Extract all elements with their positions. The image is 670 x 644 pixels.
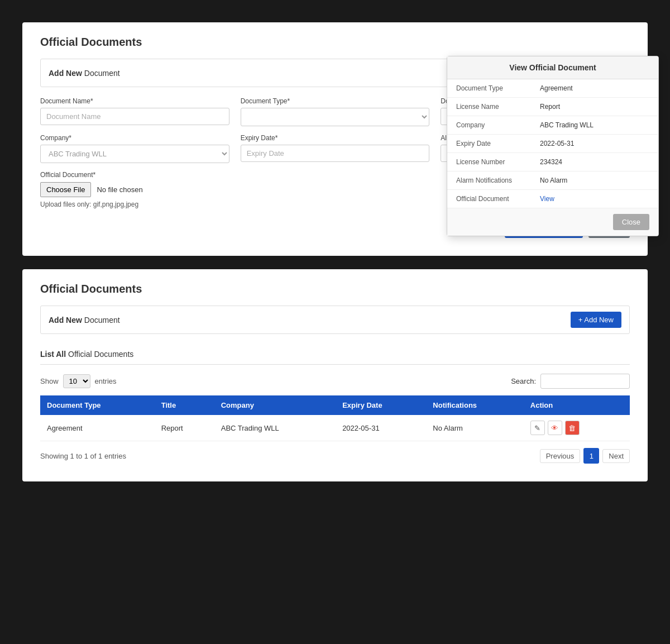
- modal-label-license-number: License Number: [456, 158, 540, 166]
- expiry-date-group: Expiry Date*: [241, 134, 430, 163]
- bottom-panel: Official Documents Add New Document + Ad…: [22, 269, 648, 481]
- page-title-1: Official Documents: [40, 36, 630, 49]
- show-entries: Show 10 25 50 entries: [40, 374, 117, 388]
- top-panel: Official Documents Add New Document + Ad…: [22, 22, 648, 256]
- modal-value-document-type: Agreement: [540, 84, 649, 92]
- list-add-bold: Add New: [49, 316, 82, 325]
- list-bold: List All: [40, 350, 66, 359]
- cell-notifications: No Alarm: [426, 415, 523, 441]
- modal-value-company: ABC Trading WLL: [540, 121, 649, 129]
- modal-label-official-doc: Official Document: [456, 195, 540, 203]
- view-document-link[interactable]: View: [540, 195, 554, 203]
- list-normal: Official Documents: [68, 350, 133, 359]
- list-add-section-header: Add New Document + Add New: [40, 306, 630, 334]
- th-action: Action: [524, 395, 630, 415]
- th-company: Company: [214, 395, 336, 415]
- entries-select[interactable]: 10 25 50: [63, 374, 90, 388]
- pagination: Showing 1 to 1 of 1 entries Previous 1 N…: [40, 448, 630, 464]
- expiry-date-label: Expiry Date*: [241, 134, 430, 142]
- th-notifications: Notifications: [426, 395, 523, 415]
- delete-icon[interactable]: 🗑: [565, 421, 580, 435]
- modal-label-document-type: Document Type: [456, 84, 540, 92]
- th-expiry-date: Expiry Date: [336, 395, 426, 415]
- list-section-header: List All Official Documents: [40, 344, 630, 365]
- page-title-2: Official Documents: [40, 283, 630, 295]
- modal-label-expiry-date: Expiry Date: [456, 140, 540, 147]
- list-controls: Show 10 25 50 entries Search:: [40, 374, 630, 389]
- list-add-section-title: Add New Document: [49, 316, 120, 325]
- table-header-row: Document Type Title Company Expiry Date …: [40, 395, 630, 415]
- view-icon[interactable]: 👁: [548, 421, 562, 435]
- modal-row-official-doc: Official Document View: [447, 190, 658, 208]
- modal-row-license-name: License Name Report: [447, 98, 658, 116]
- document-name-label: Document Name*: [40, 97, 229, 105]
- modal-title: View Official Document: [447, 56, 658, 79]
- edit-icon[interactable]: ✎: [530, 421, 545, 435]
- modal-body: Document Type Agreement License Name Rep…: [447, 79, 658, 208]
- pagination-controls: Previous 1 Next: [540, 448, 630, 464]
- company-group: Company* ABC Trading WLL: [40, 134, 229, 163]
- next-button[interactable]: Next: [602, 449, 630, 463]
- add-section-title: Add New Document: [49, 69, 120, 78]
- company-select[interactable]: ABC Trading WLL: [40, 145, 229, 163]
- show-label: Show: [40, 377, 59, 385]
- document-name-input[interactable]: [40, 108, 229, 125]
- modal-value-official-doc: View: [540, 195, 649, 203]
- document-type-select[interactable]: Agreement: [241, 108, 430, 126]
- modal-row-alarm: Alarm Notifications No Alarm: [447, 171, 658, 190]
- table-row: Agreement Report ABC Trading WLL 2022-05…: [40, 415, 630, 441]
- modal-footer: Close: [447, 208, 658, 236]
- modal-close-button[interactable]: Close: [613, 214, 649, 230]
- list-section-title: List All Official Documents: [40, 350, 133, 359]
- search-input[interactable]: [540, 374, 630, 389]
- document-type-group: Document Type* Agreement: [241, 97, 430, 126]
- cell-title: Report: [155, 415, 214, 441]
- page-number[interactable]: 1: [583, 448, 599, 464]
- modal-label-license-name: License Name: [456, 103, 540, 111]
- expiry-date-input[interactable]: [241, 145, 430, 162]
- action-icons: ✎ 👁 🗑: [530, 421, 623, 435]
- modal-label-company: Company: [456, 121, 540, 129]
- modal-value-expiry-date: 2022-05-31: [540, 140, 649, 147]
- modal-row-license-number: License Number 234324: [447, 153, 658, 171]
- modal-value-license-name: Report: [540, 103, 649, 111]
- modal-label-alarm: Alarm Notifications: [456, 176, 540, 184]
- document-type-label: Document Type*: [241, 97, 430, 105]
- table-body: Agreement Report ABC Trading WLL 2022-05…: [40, 415, 630, 441]
- th-title: Title: [155, 395, 214, 415]
- showing-text: Showing 1 to 1 of 1 entries: [40, 452, 126, 460]
- cell-company: ABC Trading WLL: [214, 415, 336, 441]
- add-new-button-bottom[interactable]: + Add New: [571, 312, 621, 328]
- th-document-type: Document Type: [40, 395, 155, 415]
- modal-row-company: Company ABC Trading WLL: [447, 116, 658, 135]
- choose-file-button[interactable]: Choose File: [40, 182, 91, 197]
- documents-table: Document Type Title Company Expiry Date …: [40, 395, 630, 441]
- company-label: Company*: [40, 134, 229, 142]
- search-row: Search:: [511, 374, 630, 389]
- search-label: Search:: [511, 377, 536, 385]
- prev-button[interactable]: Previous: [540, 449, 581, 463]
- list-add-normal: Document: [84, 316, 120, 325]
- modal-row-document-type: Document Type Agreement: [447, 79, 658, 98]
- cell-expiry-date: 2022-05-31: [336, 415, 426, 441]
- cell-action: ✎ 👁 🗑: [524, 415, 630, 441]
- no-file-text: No file chosen: [97, 185, 142, 194]
- view-document-modal: View Official Document Document Type Agr…: [447, 56, 659, 236]
- add-bold: Add New: [49, 69, 82, 78]
- entries-label: entries: [95, 377, 117, 385]
- document-name-group: Document Name*: [40, 97, 229, 126]
- modal-value-alarm: No Alarm: [540, 176, 649, 184]
- cell-document-type: Agreement: [40, 415, 155, 441]
- modal-row-expiry-date: Expiry Date 2022-05-31: [447, 135, 658, 153]
- modal-value-license-number: 234324: [540, 158, 649, 166]
- table-header: Document Type Title Company Expiry Date …: [40, 395, 630, 415]
- add-normal: Document: [84, 69, 120, 78]
